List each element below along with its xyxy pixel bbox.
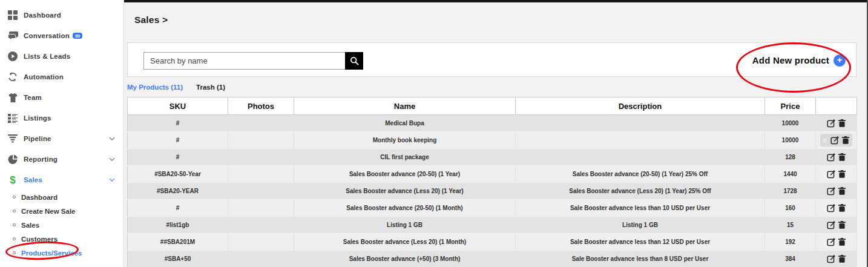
bullet-icon [13, 223, 16, 226]
table-cell-price: 1440 [765, 166, 816, 183]
table-cell-description [516, 149, 765, 166]
sidebar-subitem-customers[interactable]: Customers [0, 232, 123, 246]
edit-icon [827, 220, 836, 229]
delete-button[interactable] [838, 119, 846, 127]
sidebar-item-automation[interactable]: Automation [0, 67, 123, 87]
chevron-down-icon [109, 157, 115, 161]
row-action-group [824, 168, 849, 180]
column-header-sku: SKU [128, 97, 228, 115]
sidebar-item-conversation[interactable]: Conversation 99 [0, 25, 123, 46]
table-cell-actions [816, 251, 857, 267]
sidebar-subitem-products-services[interactable]: Products/Services [0, 246, 123, 260]
table-row: #list1gbListing 1 GBListing 1 GB15 [128, 217, 857, 234]
dashboard-icon [7, 10, 18, 21]
sidebar-item-sales[interactable]: $ Sales [0, 170, 123, 190]
edit-button[interactable] [827, 254, 836, 263]
table-cell-photos [228, 183, 294, 200]
tooltip-fragment: E [823, 137, 827, 143]
sidebar-item-lists-leads[interactable]: Lists & Leads [0, 46, 123, 67]
delete-button[interactable] [838, 255, 846, 263]
edit-button[interactable] [827, 153, 836, 162]
search-button[interactable] [345, 52, 363, 70]
tab-trash[interactable]: Trash (1) [196, 84, 225, 91]
delete-button[interactable] [842, 136, 849, 144]
add-new-product-button[interactable]: Add New product + [752, 43, 846, 77]
table-cell-sku: # [128, 132, 228, 149]
row-action-group [824, 151, 849, 163]
row-action-group: E [820, 134, 852, 147]
table-cell-description: Listing 1 GB [516, 217, 765, 234]
sync-icon [7, 71, 18, 82]
table-cell-price: 15 [765, 217, 816, 234]
table-cell-photos [228, 234, 294, 251]
delete-button[interactable] [838, 221, 846, 229]
sidebar-subitem-sales[interactable]: Sales [0, 218, 123, 232]
table-cell-name: Sales Booster advance (20-50) (1 Month) [294, 200, 516, 217]
trash-icon [838, 153, 846, 161]
table-cell-description: Sale Booster advance less than 12 USD pe… [516, 234, 765, 251]
trash-icon [838, 119, 846, 127]
trash-icon [838, 204, 846, 212]
sidebar-subitem-dashboard[interactable]: Dashboard [0, 190, 123, 204]
edit-icon [827, 186, 836, 196]
delete-button[interactable] [838, 238, 846, 246]
table-cell-photos [228, 115, 294, 132]
edit-button[interactable] [830, 136, 840, 145]
column-header-description: Description [516, 97, 765, 115]
table-cell-sku: # [128, 200, 228, 217]
edit-button[interactable] [827, 203, 836, 213]
search-input[interactable] [143, 52, 345, 70]
app-window: Dashboard Conversation 99 Lists & Leads … [0, 0, 868, 267]
sidebar-item-dashboard[interactable]: Dashboard [0, 5, 123, 25]
chat-icon [7, 30, 18, 41]
sidebar-item-pipeline[interactable]: Pipeline [0, 128, 123, 149]
column-header-photos: Photos [228, 97, 294, 115]
dollar-icon: $ [7, 174, 18, 185]
table-cell-sku: #SBA20-YEAR [128, 183, 228, 200]
edit-button[interactable] [827, 220, 836, 229]
table-cell-actions [816, 149, 857, 166]
bullet-icon [13, 196, 16, 199]
table-cell-sku: #SBA+50 [128, 251, 228, 267]
table-cell-description [516, 115, 765, 132]
edit-button[interactable] [827, 119, 836, 128]
sidebar-item-label: Automation [24, 73, 64, 81]
edit-button[interactable] [827, 170, 836, 179]
table-cell-name: Sales Booster advance (Less 20) (1 Year) [294, 183, 516, 200]
edit-icon [827, 119, 836, 128]
table-cell-sku: # [128, 115, 228, 132]
sidebar-item-team[interactable]: Team [0, 87, 123, 108]
sidebar-item-label: Lists & Leads [24, 53, 70, 60]
delete-button[interactable] [838, 153, 846, 161]
list-icon [7, 113, 18, 124]
column-header-actions [816, 97, 857, 115]
edit-button[interactable] [827, 237, 836, 246]
table-cell-description [516, 132, 765, 149]
delete-button[interactable] [838, 170, 846, 178]
edit-button[interactable] [827, 186, 836, 196]
table-row: #SBA20-YEARSales Booster advance (Less 2… [128, 183, 857, 200]
table-cell-price: 384 [765, 251, 816, 267]
bullet-icon [13, 237, 16, 240]
edit-icon [827, 254, 836, 263]
table-cell-description: Sales Booster advance (Less 20) (1 Year)… [516, 183, 765, 200]
table-cell-price: 1728 [765, 183, 816, 200]
sidebar-item-reporting[interactable]: Reporting [0, 149, 123, 170]
tshirt-icon [7, 92, 18, 103]
table-cell-price: 10000 [765, 132, 816, 149]
delete-button[interactable] [838, 187, 846, 195]
table-cell-actions [816, 200, 857, 217]
breadcrumb: Sales > [134, 15, 168, 25]
table-cell-actions [816, 183, 857, 200]
table-cell-photos [228, 200, 294, 217]
sidebar-subitem-create-new-sale[interactable]: Create New Sale [0, 204, 123, 218]
delete-button[interactable] [838, 204, 846, 212]
tab-my-products[interactable]: My Products (11) [127, 84, 183, 91]
edit-icon [830, 136, 840, 145]
table-cell-name: Medical Bupa [294, 115, 516, 132]
products-table: SKU Photos Name Description Price #Medic… [127, 97, 857, 267]
table-cell-price: 160 [765, 200, 816, 217]
bullet-icon [13, 209, 16, 213]
funnel-icon [7, 133, 18, 144]
sidebar-item-listings[interactable]: Listings [0, 108, 123, 128]
